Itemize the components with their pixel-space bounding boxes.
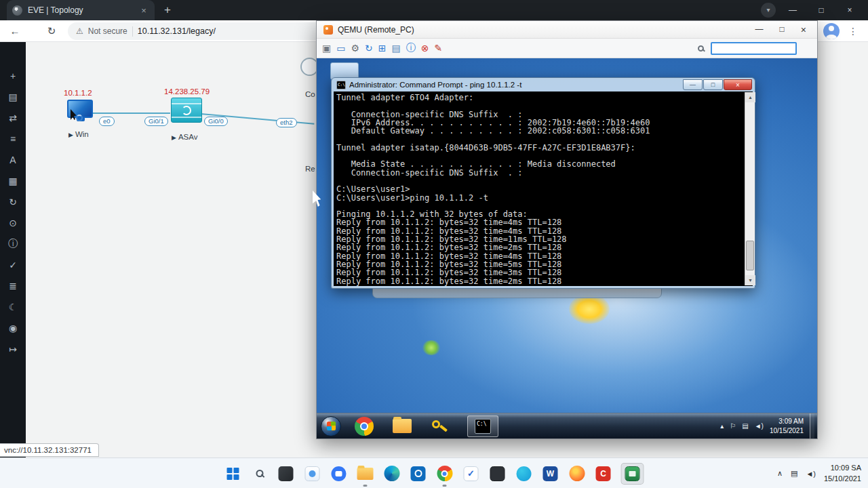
cmd-close-button[interactable]: ×: [724, 79, 752, 90]
new-tab-button[interactable]: +: [164, 3, 171, 17]
browser-menu-icon[interactable]: ⋮: [846, 26, 860, 37]
configured-nodes-icon[interactable]: ✓: [0, 258, 26, 272]
browser-maximize-button[interactable]: □: [807, 5, 835, 15]
startup-configs-icon[interactable]: ≡: [0, 132, 26, 146]
asav-node-label[interactable]: ▶ASAv: [172, 133, 197, 141]
win11-start-button[interactable]: [224, 465, 242, 483]
scroll-down-icon[interactable]: ▼: [745, 275, 755, 285]
display-icon[interactable]: ▭: [336, 43, 345, 54]
tab-search-icon[interactable]: ▾: [761, 3, 776, 18]
cmd-taskbar-button-active[interactable]: C:\: [467, 415, 498, 437]
outlook-icon[interactable]: [410, 465, 427, 483]
search-icon[interactable]: [251, 465, 269, 483]
browser-tab[interactable]: EVE | Topology ×: [7, 0, 155, 20]
refresh-icon[interactable]: ↻: [365, 43, 373, 54]
add-object-icon[interactable]: +: [0, 69, 26, 83]
qemu-icon: [625, 466, 640, 481]
qemu-search-input[interactable]: [711, 42, 797, 55]
qemu-window[interactable]: QEMU (Remote_PC) — □ × ▣ ▭ ⚙ ↻ ⊞ ▤ ⓘ ⊗ ✎: [316, 20, 818, 439]
cmd-console-output[interactable]: Tunnel adapter 6TO4 Adapter: Connection-…: [334, 92, 753, 286]
show-desktop-button[interactable]: [810, 413, 814, 439]
file-explorer-icon[interactable]: [393, 419, 412, 433]
cmd-window[interactable]: C:\ Administrator: Command Prompt - ping…: [331, 77, 755, 289]
shutdown-all-icon[interactable]: ◉: [0, 321, 26, 335]
logs-icon[interactable]: ≣: [0, 279, 26, 293]
cmd-minimize-button[interactable]: —: [683, 79, 703, 90]
virtual-screens-icon[interactable]: ⊞: [378, 43, 387, 54]
win7-clock[interactable]: 3:09 AM 10/15/2021: [770, 417, 804, 435]
logout-icon[interactable]: ↦: [0, 342, 26, 356]
interface-pill-eth2: eth2: [276, 118, 297, 127]
eve-favicon: [12, 5, 22, 16]
action-center-icon[interactable]: ⚐: [730, 422, 736, 430]
background-window-bottom-edge[interactable]: [372, 287, 662, 298]
cmd-scrollbar[interactable]: ▲ ▼: [745, 92, 755, 285]
networks-icon[interactable]: ⇄: [0, 111, 26, 125]
messenger-icon[interactable]: [515, 465, 533, 483]
cmd-maximize-button[interactable]: □: [703, 79, 723, 90]
widgets-icon[interactable]: [277, 465, 295, 483]
file-explorer-icon[interactable]: [357, 465, 374, 483]
network-icon[interactable]: ▤: [791, 469, 797, 478]
cmd-icon: C:\: [336, 81, 346, 89]
edit-display-icon[interactable]: ✎: [434, 43, 442, 54]
browser-close-button[interactable]: ×: [835, 5, 864, 15]
qemu-maximize-button[interactable]: □: [780, 24, 785, 35]
show-hidden-icons[interactable]: ∧: [777, 469, 783, 478]
status-icon[interactable]: ⓘ: [0, 237, 26, 251]
settings-gear-icon[interactable]: ⚙: [351, 43, 359, 54]
url-text[interactable]: 10.11.32.131/legacy/: [138, 26, 216, 36]
not-secure-warning-icon[interactable]: ⚠: [76, 26, 83, 36]
asav-node-icon[interactable]: [171, 98, 202, 123]
shapes-icon[interactable]: ▦: [0, 174, 26, 188]
capcut-icon[interactable]: C: [595, 465, 612, 483]
volume-icon[interactable]: ◄): [806, 470, 816, 478]
win-ip-label: 10.1.1.2: [64, 89, 92, 97]
unikey-icon[interactable]: [431, 418, 448, 434]
show-hidden-icons[interactable]: ▴: [720, 422, 724, 430]
cmd-titlebar[interactable]: C:\ Administrator: Command Prompt - ping…: [334, 78, 753, 92]
stats-icon[interactable]: ▤: [392, 43, 401, 54]
chrome-icon[interactable]: [436, 465, 454, 483]
browser-minimize-button[interactable]: —: [778, 5, 807, 15]
zoom-icon[interactable]: ⊙: [0, 216, 26, 230]
chrome-icon[interactable]: [355, 417, 374, 436]
qemu-close-button[interactable]: ×: [801, 24, 806, 35]
terminal-icon[interactable]: [489, 465, 507, 483]
win-node-label[interactable]: ▶Win: [68, 130, 89, 138]
busy-cursor: [71, 109, 84, 123]
text-objects-icon[interactable]: A: [0, 153, 26, 167]
win11-clock[interactable]: 10:09 SA 15/10/2021: [824, 463, 861, 484]
qemu-minimize-button[interactable]: —: [755, 24, 764, 35]
edge-icon[interactable]: [383, 465, 401, 483]
tab-close-icon[interactable]: ×: [138, 5, 149, 16]
firefox-icon[interactable]: [568, 465, 586, 483]
info-icon[interactable]: ⓘ: [406, 42, 416, 54]
nodes-icon[interactable]: ▤: [0, 90, 26, 104]
qemu-taskbar-button-active[interactable]: [621, 463, 644, 485]
qemu-window-controls: — □ ×: [755, 24, 810, 35]
partial-node-label-1: Co: [305, 90, 315, 98]
qemu-window-title: QEMU (Remote_PC): [338, 25, 751, 35]
win7-desktop[interactable]: C:\ Administrator: Command Prompt - ping…: [317, 58, 817, 439]
refresh-topology-icon[interactable]: ↻: [0, 195, 26, 209]
tab-title: EVE | Topology: [28, 5, 133, 15]
win7-start-button[interactable]: [321, 416, 341, 436]
reload-button[interactable]: ↻: [42, 25, 61, 37]
power-off-icon[interactable]: ⊗: [421, 43, 429, 54]
profile-avatar[interactable]: [823, 23, 840, 39]
scroll-up-icon[interactable]: ▲: [745, 92, 755, 102]
win7-date: 10/15/2021: [770, 426, 804, 436]
word-icon[interactable]: W: [542, 465, 559, 483]
machine-icon[interactable]: ▣: [322, 43, 331, 54]
back-button[interactable]: ←: [5, 25, 24, 37]
tasks-check-icon[interactable]: ✓: [462, 465, 480, 483]
status-bubble: vnc://10.11.32.131:32771: [0, 443, 99, 457]
qemu-titlebar[interactable]: QEMU (Remote_PC) — □ ×: [317, 21, 817, 39]
chat-icon[interactable]: [330, 465, 348, 483]
network-icon[interactable]: ▤: [742, 422, 748, 430]
volume-icon[interactable]: ◄): [755, 422, 764, 430]
dark-mode-icon[interactable]: ☾: [0, 300, 26, 314]
scrollbar-thumb[interactable]: [746, 241, 754, 270]
photos-icon[interactable]: [304, 465, 321, 483]
